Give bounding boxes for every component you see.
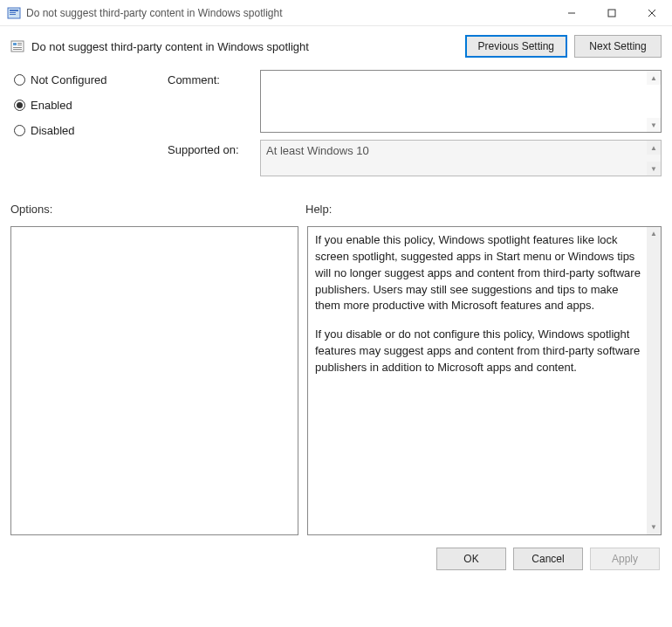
scroll-up-icon[interactable]: ▲ (647, 71, 661, 85)
scroll-up-icon[interactable]: ▲ (647, 227, 661, 241)
comment-box: ▲ ▼ (260, 70, 662, 133)
scrollbar[interactable]: ▲ ▼ (647, 141, 661, 176)
titlebar: Do not suggest third-party content in Wi… (0, 0, 672, 26)
scroll-down-icon[interactable]: ▼ (647, 520, 661, 534)
radio-label: Enabled (31, 99, 72, 112)
apply-button[interactable]: Apply (590, 548, 660, 570)
svg-rect-12 (13, 47, 22, 48)
config-area: Not Configured Enabled Disabled Comment:… (0, 58, 672, 189)
radio-icon (14, 100, 25, 111)
cancel-button[interactable]: Cancel (513, 548, 583, 570)
svg-rect-2 (10, 12, 16, 13)
svg-rect-9 (13, 43, 17, 45)
supported-on-value: At least Windows 10 (266, 144, 369, 157)
scrollbar[interactable]: ▲ ▼ (647, 227, 661, 534)
help-panel: If you enable this policy, Windows spotl… (307, 226, 662, 535)
svg-rect-3 (10, 14, 16, 15)
close-button[interactable] (632, 0, 672, 25)
radio-disabled[interactable]: Disabled (14, 124, 162, 137)
options-panel (10, 226, 298, 535)
comment-input[interactable] (261, 71, 647, 132)
previous-setting-button[interactable]: Previous Setting (465, 35, 567, 58)
scroll-up-icon[interactable]: ▲ (647, 141, 661, 155)
panels: If you enable this policy, Windows spotl… (0, 219, 672, 535)
supported-on-box: At least Windows 10 ▲ ▼ (260, 140, 662, 176)
state-radio-group: Not Configured Enabled Disabled (14, 70, 162, 137)
next-setting-button[interactable]: Next Setting (574, 35, 662, 58)
svg-rect-11 (17, 45, 22, 45)
maximize-button[interactable] (592, 0, 632, 25)
radio-not-configured[interactable]: Not Configured (14, 73, 162, 86)
help-label: Help: (305, 203, 332, 216)
ok-button[interactable]: OK (436, 548, 506, 570)
nav-buttons: Previous Setting Next Setting (465, 35, 662, 58)
comment-label: Comment: (168, 70, 255, 86)
section-labels: Options: Help: (0, 189, 672, 219)
scroll-down-icon[interactable]: ▼ (647, 118, 661, 132)
scroll-down-icon[interactable]: ▼ (647, 162, 661, 176)
footer: OK Cancel Apply (0, 535, 672, 570)
radio-label: Not Configured (31, 73, 106, 86)
help-paragraph: If you disable or do not configure this … (315, 327, 643, 376)
policy-icon (10, 39, 24, 53)
supported-on-label: Supported on: (168, 140, 255, 156)
minimize-button[interactable] (552, 0, 592, 25)
header-row: Do not suggest third-party content in Wi… (0, 26, 672, 58)
help-paragraph: If you enable this policy, Windows spotl… (315, 232, 643, 314)
svg-rect-5 (608, 10, 615, 17)
svg-rect-1 (10, 10, 18, 11)
radio-label: Disabled (31, 124, 75, 137)
options-label: Options: (10, 203, 305, 216)
radio-icon (14, 125, 25, 136)
svg-rect-10 (17, 43, 22, 44)
policy-icon (7, 6, 21, 20)
titlebar-controls (552, 0, 672, 25)
radio-icon (14, 74, 25, 86)
scrollbar[interactable]: ▲ ▼ (647, 71, 661, 132)
radio-enabled[interactable]: Enabled (14, 99, 162, 112)
svg-rect-8 (11, 41, 24, 52)
window-title: Do not suggest third-party content in Wi… (26, 7, 552, 19)
policy-title: Do not suggest third-party content in Wi… (31, 40, 458, 53)
svg-rect-13 (13, 49, 22, 50)
